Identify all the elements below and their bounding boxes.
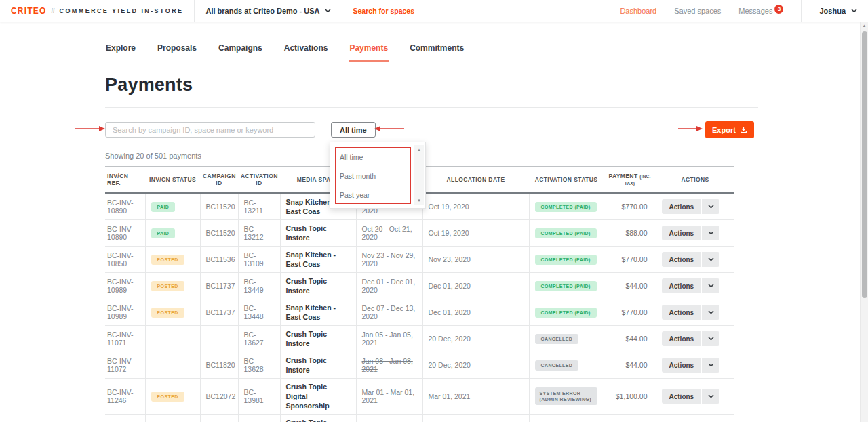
tab-commitments[interactable]: Commitments (409, 37, 465, 62)
messages-link[interactable]: Messages 3 (738, 7, 783, 16)
table-row: BC-INV-11246POSTEDBC12072BC-13982Crush T… (105, 415, 734, 422)
cell-activation-id: BC-13627 (238, 326, 280, 352)
download-icon (740, 126, 747, 133)
column-header: ACTIVATION STATUS (529, 167, 604, 194)
column-header-label: PAYMENT (609, 173, 638, 180)
cell-payment: $88.00 (604, 220, 656, 247)
brand-selector[interactable]: All brands at Criteo Demo - USA (205, 7, 330, 15)
cell-allocation-date: 20 Dec, 2020 (422, 352, 529, 379)
status-badge: PAID (151, 228, 176, 238)
cell-allocation-date: Oct 19, 2020 (422, 193, 529, 220)
actions-button[interactable]: Actions (662, 252, 720, 267)
dropdown-option-all-time[interactable]: All time (330, 148, 413, 167)
cell-media-space: Crush Topic Instore (280, 273, 356, 299)
actions-button[interactable]: Actions (662, 278, 720, 293)
messages-count-badge: 3 (774, 5, 783, 14)
date-filter-button[interactable]: All time (331, 122, 376, 138)
actions-label: Actions (662, 226, 702, 240)
cell-campaign-id: BC11737 (200, 299, 238, 326)
chevron-down-icon[interactable] (702, 331, 719, 346)
actions-button[interactable]: Actions (662, 226, 720, 240)
cell-inv-ref: BC-INV-11246 (105, 379, 145, 415)
activation-date-text: Jan 08 - Jan 08, 2021 (362, 357, 413, 373)
cell-payment: $44.00 (604, 273, 656, 299)
chevron-down-icon[interactable] (702, 389, 719, 404)
column-header: INV/CN STATUS (145, 167, 200, 194)
cell-activation-status: COMPLETED (PAID) (529, 247, 604, 273)
cell-activation-date: Mar 01 - Mar 01, 2021 (356, 415, 422, 422)
cell-activation-status: COMPLETED (PAID) (529, 193, 604, 220)
chevron-down-icon[interactable] (702, 199, 719, 214)
tab-explore[interactable]: Explore (105, 37, 136, 62)
cell-inv-status (145, 352, 200, 379)
cell-inv-ref: BC-INV-11246 (105, 415, 145, 422)
chevron-down-icon[interactable] (702, 358, 719, 373)
cell-media-space: Crush Topic Digital Sponsorship (280, 379, 356, 415)
page-scrollbar[interactable]: ▲ (860, 22, 868, 422)
scroll-up-icon[interactable]: ▲ (414, 148, 424, 152)
saved-spaces-link[interactable]: Saved spaces (674, 7, 721, 15)
cell-payment: $1,100.00 (604, 379, 656, 415)
search-input[interactable] (105, 122, 315, 138)
status-badge: COMPLETED (PAID) (535, 255, 597, 265)
actions-button[interactable]: Actions (662, 305, 720, 320)
column-header-label: INV/CN STATUS (149, 176, 196, 183)
cell-media-space: Snap Kitchen - East Coas (280, 247, 356, 273)
status-badge: POSTED (151, 281, 184, 291)
cell-actions: Actions (656, 379, 734, 415)
column-header-label: ACTIONS (681, 176, 709, 183)
actions-label: Actions (662, 305, 702, 320)
product-name: COMMERCE YIELD IN-STORE (60, 7, 184, 14)
scroll-down-icon[interactable]: ▼ (414, 198, 424, 203)
actions-button[interactable]: Actions (662, 331, 720, 346)
actions-button[interactable]: Actions (662, 199, 720, 214)
cell-activation-date: Jan 08 - Jan 08, 2021 (356, 352, 422, 379)
cell-activation-status: CANCELLED (529, 352, 604, 379)
tab-campaigns[interactable]: Campaigns (218, 37, 263, 62)
actions-button[interactable]: Actions (662, 358, 720, 373)
status-badge: POSTED (151, 392, 184, 402)
chevron-down-icon[interactable] (702, 278, 719, 293)
cell-campaign-id: BC11737 (200, 273, 238, 299)
cell-actions: Actions (656, 247, 734, 273)
actions-label: Actions (662, 199, 702, 214)
cell-inv-status: POSTED (145, 379, 200, 415)
export-button[interactable]: Export (705, 121, 754, 138)
scroll-up-icon[interactable]: ▲ (861, 24, 868, 28)
dropdown-option-past-month[interactable]: Past month (330, 167, 413, 186)
table-row: BC-INV-10850POSTEDBC11536BC-13109Snap Ki… (105, 247, 734, 273)
cell-activation-date: Dec 07 - Dec 13, 2020 (356, 299, 422, 326)
cell-activation-status: COMPLETED (PAID) (529, 273, 604, 299)
status-badge: COMPLETED (PAID) (535, 281, 597, 291)
cell-allocation-date: Mar 01, 2021 (422, 379, 529, 415)
cell-payment: $1,100.00 (604, 415, 656, 422)
status-badge: COMPLETED (PAID) (535, 202, 597, 212)
chevron-down-icon[interactable] (702, 226, 719, 240)
dashboard-link[interactable]: Dashboard (620, 7, 656, 15)
dropdown-scrollbar[interactable]: ▲ ▼ (414, 145, 424, 205)
table-row: BC-INV-10890PAIDBC11520BC-13212Crush Top… (105, 220, 734, 247)
status-badge: COMPLETED (PAID) (535, 228, 597, 238)
cell-campaign-id: BC11520 (200, 220, 238, 247)
column-header: ACTIONS (656, 167, 734, 194)
column-header-label: INV/CN REF. (107, 173, 128, 186)
search-for-spaces-link[interactable]: Search for spaces (353, 7, 414, 15)
dropdown-option-past-year[interactable]: Past year (330, 186, 413, 205)
cell-campaign-id: BC11520 (200, 193, 238, 220)
actions-button[interactable]: Actions (662, 389, 720, 404)
cell-activation-id: BC-13982 (238, 415, 280, 422)
cell-inv-status: POSTED (145, 247, 200, 273)
cell-campaign-id: BC12072 (200, 379, 238, 415)
chevron-down-icon[interactable] (702, 305, 719, 320)
cell-activation-date: Dec 01 - Dec 01, 2020 (356, 273, 422, 299)
chevron-down-icon[interactable] (702, 252, 719, 267)
tab-activations[interactable]: Activations (283, 37, 329, 62)
tab-proposals[interactable]: Proposals (157, 37, 197, 62)
criteo-logo: CRITEO (11, 6, 47, 16)
results-summary: Showing 20 of 501 payments (105, 152, 201, 160)
scrollbar-thumb[interactable] (862, 31, 867, 298)
user-menu[interactable]: Joshua (819, 7, 857, 15)
actions-label: Actions (662, 358, 702, 373)
cell-allocation-date: Dec 01, 2020 (422, 273, 529, 299)
tab-payments[interactable]: Payments (349, 37, 389, 62)
